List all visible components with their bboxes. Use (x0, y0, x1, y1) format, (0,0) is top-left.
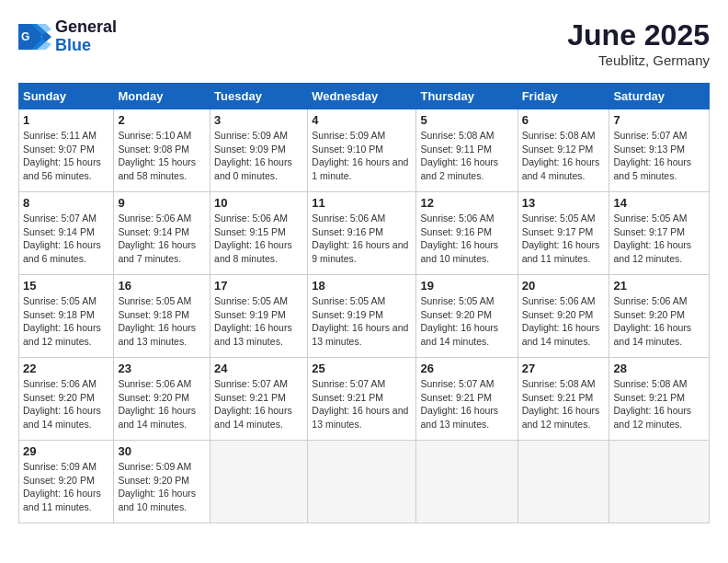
day-info: Sunrise: 5:05 AMSunset: 9:20 PMDaylight:… (420, 294, 513, 349)
calendar-subtitle: Teublitz, Germany (567, 52, 710, 68)
calendar-cell (416, 441, 518, 523)
calendar-title: June 2025 (567, 18, 710, 52)
day-number: 25 (312, 362, 412, 375)
logo-line1: General (55, 18, 117, 37)
day-info: Sunrise: 5:09 AMSunset: 9:20 PMDaylight:… (23, 460, 109, 514)
calendar-cell: 20Sunrise: 5:06 AMSunset: 9:20 PMDayligh… (518, 275, 609, 358)
calendar-week-1: 1Sunrise: 5:11 AMSunset: 9:07 PMDaylight… (19, 109, 710, 192)
calendar-cell: 7Sunrise: 5:07 AMSunset: 9:13 PMDaylight… (609, 109, 710, 192)
day-info: Sunrise: 5:09 AMSunset: 9:09 PMDaylight:… (214, 129, 303, 183)
calendar-cell: 6Sunrise: 5:08 AMSunset: 9:12 PMDaylight… (518, 109, 609, 192)
day-info: Sunrise: 5:05 AMSunset: 9:19 PMDaylight:… (214, 294, 303, 349)
day-info: Sunrise: 5:05 AMSunset: 9:17 PMDaylight:… (522, 212, 606, 266)
day-number: 26 (420, 362, 513, 375)
day-info: Sunrise: 5:11 AMSunset: 9:07 PMDaylight:… (23, 129, 109, 183)
logo-icon: G (18, 24, 51, 50)
calendar-cell: 16Sunrise: 5:05 AMSunset: 9:18 PMDayligh… (114, 275, 210, 358)
logo: G General Blue (18, 18, 117, 55)
day-number: 9 (118, 196, 206, 210)
calendar-header-row: SundayMondayTuesdayWednesdayThursdayFrid… (19, 84, 710, 109)
calendar-cell: 15Sunrise: 5:05 AMSunset: 9:18 PMDayligh… (19, 275, 114, 358)
day-number: 10 (214, 196, 303, 210)
calendar-cell: 28Sunrise: 5:08 AMSunset: 9:21 PMDayligh… (609, 358, 710, 441)
day-number: 20 (522, 279, 606, 293)
day-number: 13 (522, 196, 606, 210)
day-number: 18 (312, 279, 412, 293)
day-number: 1 (23, 113, 109, 127)
calendar-cell: 17Sunrise: 5:05 AMSunset: 9:19 PMDayligh… (210, 275, 308, 358)
calendar-cell: 3Sunrise: 5:09 AMSunset: 9:09 PMDaylight… (210, 109, 308, 192)
day-info: Sunrise: 5:06 AMSunset: 9:16 PMDaylight:… (420, 212, 513, 266)
day-info: Sunrise: 5:07 AMSunset: 9:21 PMDaylight:… (312, 377, 412, 431)
day-info: Sunrise: 5:06 AMSunset: 9:20 PMDaylight:… (613, 294, 705, 349)
day-info: Sunrise: 5:06 AMSunset: 9:20 PMDaylight:… (118, 377, 206, 431)
day-number: 28 (613, 362, 705, 375)
day-info: Sunrise: 5:08 AMSunset: 9:11 PMDaylight:… (420, 129, 513, 183)
day-info: Sunrise: 5:05 AMSunset: 9:17 PMDaylight:… (613, 212, 705, 266)
calendar-week-5: 29Sunrise: 5:09 AMSunset: 9:20 PMDayligh… (19, 441, 710, 523)
header-thursday: Thursday (416, 84, 518, 109)
day-info: Sunrise: 5:07 AMSunset: 9:13 PMDaylight:… (613, 129, 705, 183)
page-header: G General Blue June 2025 Teublitz, Germa… (18, 18, 710, 68)
calendar-cell: 21Sunrise: 5:06 AMSunset: 9:20 PMDayligh… (609, 275, 710, 358)
day-number: 16 (118, 279, 206, 293)
calendar-cell: 25Sunrise: 5:07 AMSunset: 9:21 PMDayligh… (308, 358, 416, 441)
day-info: Sunrise: 5:10 AMSunset: 9:08 PMDaylight:… (118, 129, 206, 183)
calendar-cell: 9Sunrise: 5:06 AMSunset: 9:14 PMDaylight… (114, 192, 210, 275)
calendar-cell: 18Sunrise: 5:05 AMSunset: 9:19 PMDayligh… (308, 275, 416, 358)
calendar-cell (210, 441, 308, 523)
day-number: 27 (522, 362, 606, 375)
calendar-week-3: 15Sunrise: 5:05 AMSunset: 9:18 PMDayligh… (19, 275, 710, 358)
calendar-cell: 22Sunrise: 5:06 AMSunset: 9:20 PMDayligh… (19, 358, 114, 441)
calendar-cell: 19Sunrise: 5:05 AMSunset: 9:20 PMDayligh… (416, 275, 518, 358)
day-number: 17 (214, 279, 303, 293)
calendar-cell: 12Sunrise: 5:06 AMSunset: 9:16 PMDayligh… (416, 192, 518, 275)
day-info: Sunrise: 5:08 AMSunset: 9:21 PMDaylight:… (522, 377, 606, 431)
day-info: Sunrise: 5:05 AMSunset: 9:18 PMDaylight:… (118, 294, 206, 349)
day-info: Sunrise: 5:09 AMSunset: 9:20 PMDaylight:… (118, 460, 206, 514)
day-number: 8 (23, 196, 109, 210)
header-saturday: Saturday (609, 84, 710, 109)
calendar-table: SundayMondayTuesdayWednesdayThursdayFrid… (18, 83, 710, 523)
day-number: 21 (613, 279, 705, 293)
header-tuesday: Tuesday (210, 84, 308, 109)
day-info: Sunrise: 5:06 AMSunset: 9:20 PMDaylight:… (23, 377, 109, 431)
day-number: 11 (312, 196, 412, 210)
day-number: 7 (613, 113, 705, 127)
svg-text:G: G (21, 30, 29, 43)
calendar-cell: 8Sunrise: 5:07 AMSunset: 9:14 PMDaylight… (19, 192, 114, 275)
day-info: Sunrise: 5:06 AMSunset: 9:14 PMDaylight:… (118, 212, 206, 266)
day-number: 23 (118, 362, 206, 375)
calendar-cell (308, 441, 416, 523)
calendar-cell: 11Sunrise: 5:06 AMSunset: 9:16 PMDayligh… (308, 192, 416, 275)
day-number: 5 (420, 113, 513, 127)
day-number: 6 (522, 113, 606, 127)
day-info: Sunrise: 5:06 AMSunset: 9:20 PMDaylight:… (522, 294, 606, 349)
calendar-cell: 26Sunrise: 5:07 AMSunset: 9:21 PMDayligh… (416, 358, 518, 441)
calendar-week-2: 8Sunrise: 5:07 AMSunset: 9:14 PMDaylight… (19, 192, 710, 275)
day-info: Sunrise: 5:08 AMSunset: 9:12 PMDaylight:… (522, 129, 606, 183)
calendar-cell (518, 441, 609, 523)
calendar-cell: 4Sunrise: 5:09 AMSunset: 9:10 PMDaylight… (308, 109, 416, 192)
header-wednesday: Wednesday (308, 84, 416, 109)
logo-line2: Blue (55, 37, 117, 55)
day-number: 4 (312, 113, 412, 127)
day-info: Sunrise: 5:05 AMSunset: 9:18 PMDaylight:… (23, 294, 109, 349)
calendar-cell: 5Sunrise: 5:08 AMSunset: 9:11 PMDaylight… (416, 109, 518, 192)
day-number: 15 (23, 279, 109, 293)
calendar-cell: 10Sunrise: 5:06 AMSunset: 9:15 PMDayligh… (210, 192, 308, 275)
calendar-cell: 27Sunrise: 5:08 AMSunset: 9:21 PMDayligh… (518, 358, 609, 441)
calendar-cell: 23Sunrise: 5:06 AMSunset: 9:20 PMDayligh… (114, 358, 210, 441)
header-monday: Monday (114, 84, 210, 109)
day-number: 30 (118, 444, 206, 458)
day-info: Sunrise: 5:07 AMSunset: 9:21 PMDaylight:… (214, 377, 303, 431)
day-number: 19 (420, 279, 513, 293)
day-info: Sunrise: 5:07 AMSunset: 9:14 PMDaylight:… (23, 212, 109, 266)
day-info: Sunrise: 5:06 AMSunset: 9:16 PMDaylight:… (312, 212, 412, 266)
calendar-week-4: 22Sunrise: 5:06 AMSunset: 9:20 PMDayligh… (19, 358, 710, 441)
title-area: June 2025 Teublitz, Germany (567, 18, 710, 68)
day-number: 2 (118, 113, 206, 127)
calendar-cell: 13Sunrise: 5:05 AMSunset: 9:17 PMDayligh… (518, 192, 609, 275)
day-number: 22 (23, 362, 109, 375)
calendar-cell: 30Sunrise: 5:09 AMSunset: 9:20 PMDayligh… (114, 441, 210, 523)
